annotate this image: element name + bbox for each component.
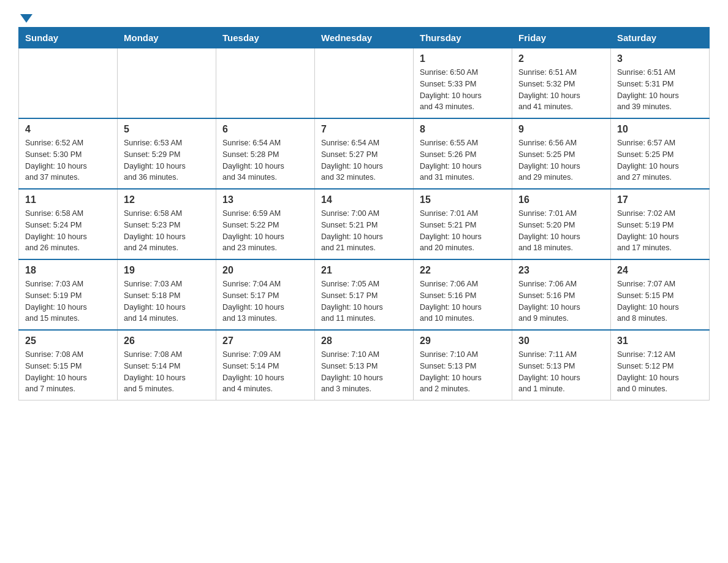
calendar-cell: 11Sunrise: 6:58 AM Sunset: 5:24 PM Dayli… (19, 189, 118, 259)
calendar-header-wednesday: Wednesday (315, 28, 414, 48)
day-info: Sunrise: 7:04 AM Sunset: 5:17 PM Dayligh… (222, 278, 308, 324)
day-info: Sunrise: 6:58 AM Sunset: 5:24 PM Dayligh… (25, 208, 111, 254)
day-number: 21 (321, 265, 407, 276)
day-info: Sunrise: 7:01 AM Sunset: 5:20 PM Dayligh… (518, 208, 604, 254)
calendar-cell: 2Sunrise: 6:51 AM Sunset: 5:32 PM Daylig… (512, 48, 611, 119)
day-number: 26 (124, 335, 210, 347)
logo-triangle-icon (20, 14, 32, 23)
day-number: 5 (124, 124, 210, 135)
calendar-cell: 9Sunrise: 6:56 AM Sunset: 5:25 PM Daylig… (512, 118, 611, 189)
calendar-cell: 29Sunrise: 7:10 AM Sunset: 5:13 PM Dayli… (414, 330, 512, 400)
calendar-week-5: 25Sunrise: 7:08 AM Sunset: 5:15 PM Dayli… (19, 330, 710, 400)
day-info: Sunrise: 6:51 AM Sunset: 5:32 PM Dayligh… (518, 67, 604, 113)
day-number: 3 (617, 53, 703, 64)
day-number: 30 (518, 335, 604, 347)
day-info: Sunrise: 6:52 AM Sunset: 5:30 PM Dayligh… (25, 137, 111, 183)
day-info: Sunrise: 6:51 AM Sunset: 5:31 PM Dayligh… (617, 67, 703, 113)
day-info: Sunrise: 7:06 AM Sunset: 5:16 PM Dayligh… (420, 278, 506, 324)
calendar-cell: 26Sunrise: 7:08 AM Sunset: 5:14 PM Dayli… (118, 330, 216, 400)
calendar-cell: 14Sunrise: 7:00 AM Sunset: 5:21 PM Dayli… (315, 189, 414, 259)
day-info: Sunrise: 7:01 AM Sunset: 5:21 PM Dayligh… (420, 208, 506, 254)
day-info: Sunrise: 6:57 AM Sunset: 5:25 PM Dayligh… (617, 137, 703, 183)
day-info: Sunrise: 7:10 AM Sunset: 5:13 PM Dayligh… (321, 349, 407, 395)
day-number: 9 (518, 124, 604, 135)
calendar-cell: 1Sunrise: 6:50 AM Sunset: 5:33 PM Daylig… (414, 48, 512, 119)
day-info: Sunrise: 7:08 AM Sunset: 5:14 PM Dayligh… (124, 349, 210, 395)
day-info: Sunrise: 6:58 AM Sunset: 5:23 PM Dayligh… (124, 208, 210, 254)
day-number: 6 (222, 124, 308, 135)
calendar-cell: 16Sunrise: 7:01 AM Sunset: 5:20 PM Dayli… (512, 189, 611, 259)
day-number: 12 (124, 194, 210, 205)
calendar-cell: 3Sunrise: 6:51 AM Sunset: 5:31 PM Daylig… (611, 48, 710, 119)
calendar-cell (118, 48, 216, 119)
calendar-cell: 4Sunrise: 6:52 AM Sunset: 5:30 PM Daylig… (19, 118, 118, 189)
calendar-cell: 24Sunrise: 7:07 AM Sunset: 5:15 PM Dayli… (611, 259, 710, 330)
day-info: Sunrise: 7:11 AM Sunset: 5:13 PM Dayligh… (518, 349, 604, 395)
calendar-week-1: 1Sunrise: 6:50 AM Sunset: 5:33 PM Daylig… (19, 48, 710, 119)
day-number: 22 (420, 265, 506, 276)
day-info: Sunrise: 7:08 AM Sunset: 5:15 PM Dayligh… (25, 349, 111, 395)
day-info: Sunrise: 6:59 AM Sunset: 5:22 PM Dayligh… (222, 208, 308, 254)
day-info: Sunrise: 7:03 AM Sunset: 5:18 PM Dayligh… (124, 278, 210, 324)
day-info: Sunrise: 7:05 AM Sunset: 5:17 PM Dayligh… (321, 278, 407, 324)
day-info: Sunrise: 6:50 AM Sunset: 5:33 PM Dayligh… (420, 67, 506, 113)
calendar-header-saturday: Saturday (611, 28, 710, 48)
calendar-cell: 18Sunrise: 7:03 AM Sunset: 5:19 PM Dayli… (19, 259, 118, 330)
day-number: 10 (617, 124, 703, 135)
calendar-cell: 13Sunrise: 6:59 AM Sunset: 5:22 PM Dayli… (216, 189, 315, 259)
calendar-cell: 17Sunrise: 7:02 AM Sunset: 5:19 PM Dayli… (611, 189, 710, 259)
day-number: 1 (420, 53, 506, 64)
day-number: 13 (222, 194, 308, 205)
calendar-cell (19, 48, 118, 119)
day-number: 28 (321, 335, 407, 347)
day-info: Sunrise: 7:06 AM Sunset: 5:16 PM Dayligh… (518, 278, 604, 324)
calendar-cell: 21Sunrise: 7:05 AM Sunset: 5:17 PM Dayli… (315, 259, 414, 330)
calendar-cell: 27Sunrise: 7:09 AM Sunset: 5:14 PM Dayli… (216, 330, 315, 400)
calendar-cell: 20Sunrise: 7:04 AM Sunset: 5:17 PM Dayli… (216, 259, 315, 330)
calendar-header-monday: Monday (118, 28, 216, 48)
page-header (18, 12, 710, 21)
day-info: Sunrise: 7:02 AM Sunset: 5:19 PM Dayligh… (617, 208, 703, 254)
calendar-table: SundayMondayTuesdayWednesdayThursdayFrid… (18, 27, 710, 400)
calendar-cell: 23Sunrise: 7:06 AM Sunset: 5:16 PM Dayli… (512, 259, 611, 330)
calendar-week-4: 18Sunrise: 7:03 AM Sunset: 5:19 PM Dayli… (19, 259, 710, 330)
day-number: 27 (222, 335, 308, 347)
calendar-header-tuesday: Tuesday (216, 28, 315, 48)
calendar-cell: 8Sunrise: 6:55 AM Sunset: 5:26 PM Daylig… (414, 118, 512, 189)
day-info: Sunrise: 7:07 AM Sunset: 5:15 PM Dayligh… (617, 278, 703, 324)
day-number: 24 (617, 265, 703, 276)
calendar-cell (315, 48, 414, 119)
day-info: Sunrise: 7:12 AM Sunset: 5:12 PM Dayligh… (617, 349, 703, 395)
calendar-cell: 25Sunrise: 7:08 AM Sunset: 5:15 PM Dayli… (19, 330, 118, 400)
calendar-header-sunday: Sunday (19, 28, 118, 48)
calendar-cell: 19Sunrise: 7:03 AM Sunset: 5:18 PM Dayli… (118, 259, 216, 330)
day-number: 7 (321, 124, 407, 135)
day-number: 19 (124, 265, 210, 276)
day-number: 14 (321, 194, 407, 205)
day-number: 17 (617, 194, 703, 205)
day-info: Sunrise: 7:00 AM Sunset: 5:21 PM Dayligh… (321, 208, 407, 254)
calendar-header-friday: Friday (512, 28, 611, 48)
day-number: 8 (420, 124, 506, 135)
day-number: 29 (420, 335, 506, 347)
day-number: 20 (222, 265, 308, 276)
calendar-cell: 22Sunrise: 7:06 AM Sunset: 5:16 PM Dayli… (414, 259, 512, 330)
day-info: Sunrise: 7:10 AM Sunset: 5:13 PM Dayligh… (420, 349, 506, 395)
day-number: 4 (25, 124, 111, 135)
calendar-cell: 5Sunrise: 6:53 AM Sunset: 5:29 PM Daylig… (118, 118, 216, 189)
day-info: Sunrise: 6:56 AM Sunset: 5:25 PM Dayligh… (518, 137, 604, 183)
calendar-cell: 6Sunrise: 6:54 AM Sunset: 5:28 PM Daylig… (216, 118, 315, 189)
calendar-cell: 10Sunrise: 6:57 AM Sunset: 5:25 PM Dayli… (611, 118, 710, 189)
calendar-header-thursday: Thursday (414, 28, 512, 48)
day-number: 15 (420, 194, 506, 205)
calendar-cell: 28Sunrise: 7:10 AM Sunset: 5:13 PM Dayli… (315, 330, 414, 400)
calendar-cell: 30Sunrise: 7:11 AM Sunset: 5:13 PM Dayli… (512, 330, 611, 400)
day-number: 31 (617, 335, 703, 347)
day-info: Sunrise: 7:03 AM Sunset: 5:19 PM Dayligh… (25, 278, 111, 324)
calendar-cell: 7Sunrise: 6:54 AM Sunset: 5:27 PM Daylig… (315, 118, 414, 189)
day-info: Sunrise: 6:54 AM Sunset: 5:28 PM Dayligh… (222, 137, 308, 183)
calendar-cell (216, 48, 315, 119)
day-number: 18 (25, 265, 111, 276)
calendar-week-3: 11Sunrise: 6:58 AM Sunset: 5:24 PM Dayli… (19, 189, 710, 259)
day-number: 2 (518, 53, 604, 64)
